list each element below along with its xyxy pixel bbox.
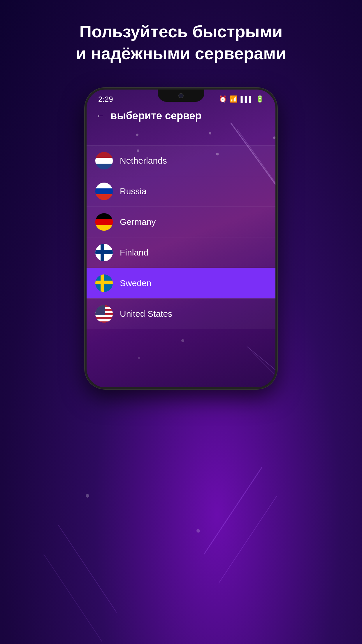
server-item-germany[interactable]: Germany [87, 206, 275, 237]
server-item-finland[interactable]: Finland [87, 237, 275, 268]
app-header: ← выберите сервер [87, 104, 275, 128]
svg-line-0 [204, 467, 262, 554]
app-title: выберите сервер [110, 110, 202, 122]
svg-line-3 [44, 554, 102, 642]
server-item-russia[interactable]: Russia [87, 176, 275, 206]
status-time: 2:29 [98, 95, 113, 104]
status-icons: ⏰ 📶 ▌▌▌ 🔋 [219, 95, 264, 103]
phone-frame: 2:29 ⏰ 📶 ▌▌▌ 🔋 ← выберите сервер [85, 88, 277, 389]
server-item-sweden[interactable]: Sweden [87, 268, 275, 298]
svg-line-1 [219, 496, 277, 583]
svg-line-15 [253, 352, 275, 379]
flag-germany [95, 213, 113, 231]
decorative-dots [87, 128, 275, 145]
flag-united-states [95, 305, 113, 323]
flag-sweden [95, 274, 113, 292]
svg-line-14 [247, 346, 275, 373]
flag-us-canton [95, 305, 105, 315]
server-name-united-states: United States [120, 309, 172, 319]
server-item-netherlands[interactable]: Netherlands [87, 145, 275, 176]
signal-icon: ▌▌▌ [240, 96, 253, 103]
server-name-netherlands: Netherlands [120, 156, 167, 166]
server-name-sweden: Sweden [120, 278, 151, 288]
svg-point-12 [181, 339, 184, 342]
page-headline: Пользуйтесь быстрыми и надёжными сервера… [58, 20, 304, 64]
phone-mockup: 2:29 ⏰ 📶 ▌▌▌ 🔋 ← выберите сервер [85, 88, 277, 389]
svg-point-13 [138, 357, 140, 359]
server-list: Netherlands Russia Germany Finland [87, 145, 275, 329]
phone-screen: 2:29 ⏰ 📶 ▌▌▌ 🔋 ← выберите сервер [87, 90, 275, 387]
server-name-russia: Russia [120, 186, 147, 196]
battery-icon: 🔋 [256, 95, 264, 103]
flag-netherlands [95, 152, 113, 169]
server-name-finland: Finland [120, 248, 148, 258]
wifi-icon: 📶 [230, 95, 238, 103]
server-name-germany: Germany [120, 217, 156, 227]
svg-point-5 [196, 529, 200, 533]
camera-dot [178, 93, 184, 98]
alarm-icon: ⏰ [219, 95, 227, 103]
server-item-united-states[interactable]: United States [87, 298, 275, 329]
flag-russia [95, 183, 113, 200]
phone-notch [158, 90, 204, 102]
phone-bottom-area [87, 329, 275, 387]
svg-point-4 [86, 494, 89, 498]
svg-line-2 [58, 525, 117, 612]
back-button[interactable]: ← [95, 110, 105, 121]
flag-finland [95, 244, 113, 261]
